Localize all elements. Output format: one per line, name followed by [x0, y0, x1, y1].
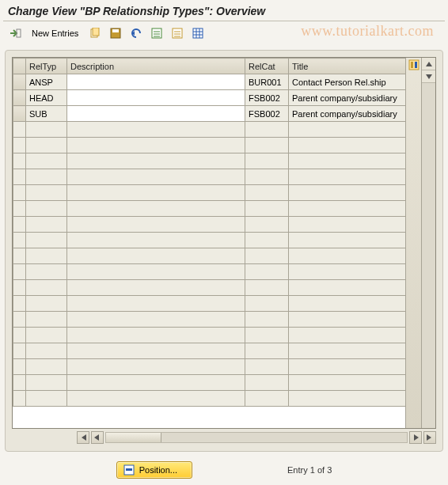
- cell-description[interactable]: [67, 328, 245, 343]
- row-selector[interactable]: [13, 138, 26, 153]
- expand-icon[interactable]: [6, 25, 24, 42]
- deselect-icon[interactable]: [169, 25, 186, 42]
- table-row[interactable]: [13, 201, 406, 217]
- cell-description[interactable]: [67, 280, 245, 296]
- cell-description[interactable]: [67, 375, 245, 391]
- table-row[interactable]: [13, 328, 406, 343]
- cell-title[interactable]: [289, 343, 406, 359]
- cell-relcat[interactable]: [245, 296, 289, 312]
- cell-reltyp[interactable]: [26, 296, 67, 312]
- row-selector[interactable]: [13, 185, 26, 201]
- scroll-down-icon[interactable]: [422, 70, 435, 83]
- col-description[interactable]: Description: [67, 59, 245, 74]
- row-selector[interactable]: [13, 391, 26, 407]
- table-row[interactable]: [13, 185, 406, 201]
- row-selector[interactable]: [13, 296, 26, 312]
- row-selector[interactable]: [13, 233, 26, 248]
- cell-reltyp[interactable]: [26, 312, 67, 328]
- configure-columns-icon[interactable]: [405, 58, 421, 428]
- cell-description[interactable]: [67, 169, 245, 185]
- cell-title[interactable]: [289, 169, 406, 185]
- cell-title[interactable]: [289, 328, 406, 343]
- row-selector[interactable]: [13, 201, 26, 217]
- scroll-track[interactable]: [422, 83, 435, 428]
- table-row[interactable]: [13, 248, 406, 264]
- cell-title[interactable]: [289, 391, 406, 407]
- table-row[interactable]: [13, 343, 406, 359]
- cell-reltyp[interactable]: [26, 359, 67, 375]
- cell-reltyp[interactable]: HEAD: [26, 90, 67, 106]
- table-row[interactable]: SUBFSB002Parent company/subsidiary: [13, 106, 406, 122]
- hscroll-left-start-icon[interactable]: [77, 431, 89, 444]
- cell-description[interactable]: [67, 138, 245, 153]
- cell-description[interactable]: [67, 201, 245, 217]
- cell-relcat[interactable]: [245, 359, 289, 375]
- cell-relcat[interactable]: [245, 122, 289, 138]
- cell-reltyp[interactable]: [26, 122, 67, 138]
- row-selector[interactable]: [13, 90, 26, 106]
- table-icon[interactable]: [189, 25, 207, 42]
- cell-title[interactable]: [289, 138, 406, 153]
- cell-relcat[interactable]: [245, 153, 289, 169]
- table-row[interactable]: [13, 391, 406, 407]
- hscroll-right-icon[interactable]: [409, 431, 422, 444]
- save-icon[interactable]: [107, 25, 124, 42]
- table-row[interactable]: [13, 169, 406, 185]
- col-relcat[interactable]: RelCat: [245, 59, 289, 74]
- cell-description[interactable]: [67, 359, 245, 375]
- cell-description[interactable]: [67, 264, 245, 280]
- row-selector[interactable]: [13, 153, 26, 169]
- cell-reltyp[interactable]: [26, 328, 67, 343]
- cell-description[interactable]: [67, 312, 245, 328]
- cell-relcat[interactable]: [245, 185, 289, 201]
- cell-description[interactable]: [67, 296, 245, 312]
- hscroll-thumb[interactable]: [106, 433, 161, 442]
- cell-title[interactable]: [289, 312, 406, 328]
- cell-relcat[interactable]: [245, 391, 289, 407]
- cell-title[interactable]: Parent company/subsidiary: [289, 106, 406, 122]
- row-selector[interactable]: [13, 375, 26, 391]
- undo-icon[interactable]: [127, 25, 145, 42]
- hscroll-left-icon[interactable]: [91, 431, 104, 444]
- col-reltyp[interactable]: RelTyp: [26, 59, 67, 74]
- hscroll-track[interactable]: [105, 432, 408, 443]
- table-row[interactable]: [13, 359, 406, 375]
- cell-description[interactable]: [67, 248, 245, 264]
- cell-relcat[interactable]: BUR001: [245, 74, 289, 90]
- cell-description[interactable]: [67, 90, 245, 106]
- table-row[interactable]: [13, 375, 406, 391]
- row-selector[interactable]: [13, 122, 26, 138]
- cell-relcat[interactable]: [245, 217, 289, 233]
- cell-reltyp[interactable]: [26, 375, 67, 391]
- cell-relcat[interactable]: [245, 264, 289, 280]
- position-button[interactable]: Position...: [116, 461, 192, 479]
- table-row[interactable]: [13, 217, 406, 233]
- cell-relcat[interactable]: [245, 343, 289, 359]
- cell-description[interactable]: [67, 122, 245, 138]
- copy-icon[interactable]: [86, 25, 104, 42]
- hscroll-right-end-icon[interactable]: [423, 431, 436, 444]
- row-selector[interactable]: [13, 359, 26, 375]
- row-selector[interactable]: [13, 74, 26, 90]
- cell-relcat[interactable]: [245, 233, 289, 248]
- table-row[interactable]: ANSPBUR001Contact Person Rel.ship: [13, 74, 406, 90]
- cell-description[interactable]: [67, 153, 245, 169]
- row-selector[interactable]: [13, 169, 26, 185]
- row-selector[interactable]: [13, 328, 26, 343]
- cell-title[interactable]: [289, 248, 406, 264]
- cell-title[interactable]: [289, 280, 406, 296]
- cell-description[interactable]: [67, 217, 245, 233]
- cell-relcat[interactable]: [245, 375, 289, 391]
- row-selector[interactable]: [13, 343, 26, 359]
- row-selector[interactable]: [13, 312, 26, 328]
- cell-description[interactable]: [67, 185, 245, 201]
- table-row[interactable]: [13, 122, 406, 138]
- cell-title[interactable]: [289, 217, 406, 233]
- new-entries-button[interactable]: New Entries: [27, 25, 83, 42]
- cell-title[interactable]: [289, 375, 406, 391]
- cell-title[interactable]: [289, 185, 406, 201]
- cell-title[interactable]: [289, 264, 406, 280]
- cell-relcat[interactable]: [245, 280, 289, 296]
- table-row[interactable]: [13, 233, 406, 248]
- cell-relcat[interactable]: [245, 312, 289, 328]
